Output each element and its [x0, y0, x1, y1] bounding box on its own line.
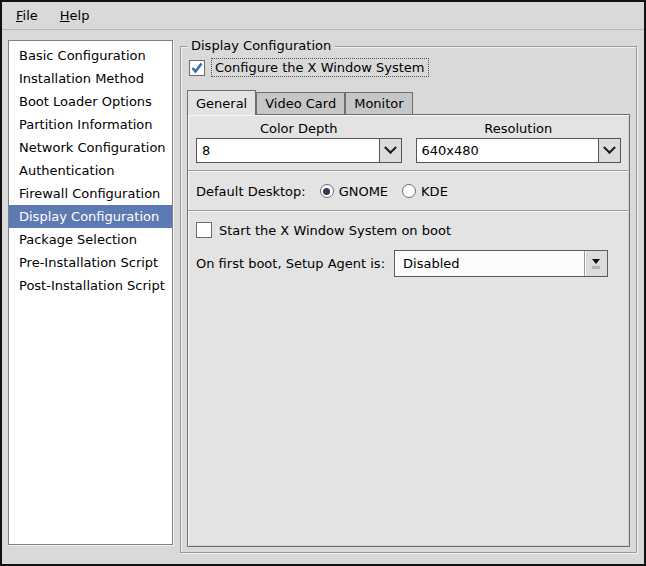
sidebar-item-partition-information[interactable]: Partition Information — [9, 113, 172, 136]
tab-general[interactable]: General — [187, 90, 256, 115]
desktop-option-kde[interactable]: KDE — [402, 184, 448, 199]
menu-file[interactable]: File — [8, 5, 46, 26]
group-title: Display Configuration — [187, 38, 335, 53]
resolution-dropdown-button[interactable] — [598, 138, 621, 163]
menubar: File Help — [2, 2, 644, 30]
sidebar-item-installation-method[interactable]: Installation Method — [9, 67, 172, 90]
menu-file-rest: ile — [23, 8, 38, 23]
sidebar-item-authentication[interactable]: Authentication — [9, 159, 172, 182]
kde-label: KDE — [421, 184, 448, 199]
sidebar-item-boot-loader-options[interactable]: Boot Loader Options — [9, 90, 172, 113]
sidebar-item-firewall-configuration[interactable]: Firewall Configuration — [9, 182, 172, 205]
menu-help[interactable]: Help — [52, 5, 98, 26]
dropdown-arrow-icon — [592, 259, 600, 264]
sidebar-item-post-installation-script[interactable]: Post-Installation Script — [9, 274, 172, 297]
configure-x-checkbox[interactable] — [189, 60, 205, 76]
display-configuration-group: Display Configuration Configure the X Wi… — [180, 46, 637, 553]
resolution-value[interactable]: 640x480 — [416, 138, 599, 163]
kickstart-configurator-window: File Help Basic Configuration Installati… — [0, 0, 646, 566]
menu-help-rest: elp — [70, 8, 90, 23]
resolution-combo[interactable]: 640x480 — [416, 138, 622, 163]
gnome-label: GNOME — [339, 184, 388, 199]
default-desktop-row: Default Desktop: GNOME KDE — [196, 179, 621, 203]
setup-agent-dropdown[interactable]: Disabled — [394, 250, 608, 277]
sidebar-item-package-selection[interactable]: Package Selection — [9, 228, 172, 251]
tab-general-panel: Color Depth Resolution 8 640x480 Defau — [187, 114, 630, 547]
sidebar-item-display-configuration[interactable]: Display Configuration — [9, 205, 172, 228]
display-notebook: General Video Card Monitor Color Depth R… — [187, 89, 630, 547]
sidebar-item-basic-configuration[interactable]: Basic Configuration — [9, 44, 172, 67]
start-x-row: Start the X Window System on boot — [196, 219, 621, 241]
setup-agent-value: Disabled — [395, 251, 584, 276]
configure-x-row: Configure the X Window System — [189, 58, 429, 77]
separator — [188, 170, 629, 172]
resolution-label: Resolution — [416, 121, 622, 136]
sidebar-item-network-configuration[interactable]: Network Configuration — [9, 136, 172, 159]
setup-agent-label: On first boot, Setup Agent is: — [196, 256, 385, 271]
color-depth-value[interactable]: 8 — [196, 138, 379, 163]
separator — [188, 210, 629, 212]
sidebar-item-pre-installation-script[interactable]: Pre-Installation Script — [9, 251, 172, 274]
combo-labels-row: Color Depth Resolution — [196, 121, 621, 136]
tab-bar: General Video Card Monitor — [187, 89, 630, 114]
menu-help-accel: H — [60, 8, 70, 23]
category-list: Basic Configuration Installation Method … — [8, 40, 173, 545]
radio-selected-dot — [323, 188, 330, 195]
chevron-down-icon — [603, 141, 616, 154]
setup-agent-row: On first boot, Setup Agent is: Disabled — [196, 250, 621, 277]
start-x-label[interactable]: Start the X Window System on boot — [219, 223, 451, 238]
tab-monitor[interactable]: Monitor — [345, 92, 412, 114]
checkmark-icon — [191, 62, 203, 74]
default-desktop-label: Default Desktop: — [196, 184, 306, 199]
color-depth-combo[interactable]: 8 — [196, 138, 402, 163]
start-x-checkbox[interactable] — [196, 222, 212, 238]
color-depth-label: Color Depth — [196, 121, 402, 136]
desktop-option-gnome[interactable]: GNOME — [320, 184, 388, 199]
radio-kde[interactable] — [402, 184, 416, 198]
radio-gnome[interactable] — [320, 184, 334, 198]
tab-video-card[interactable]: Video Card — [256, 92, 345, 114]
dropdown-bar-icon — [592, 266, 600, 269]
chevron-down-icon — [384, 141, 397, 154]
combo-row: 8 640x480 — [196, 138, 621, 163]
color-depth-dropdown-button[interactable] — [379, 138, 402, 163]
configure-x-label[interactable]: Configure the X Window System — [211, 58, 429, 77]
setup-agent-dropdown-button[interactable] — [584, 251, 607, 276]
